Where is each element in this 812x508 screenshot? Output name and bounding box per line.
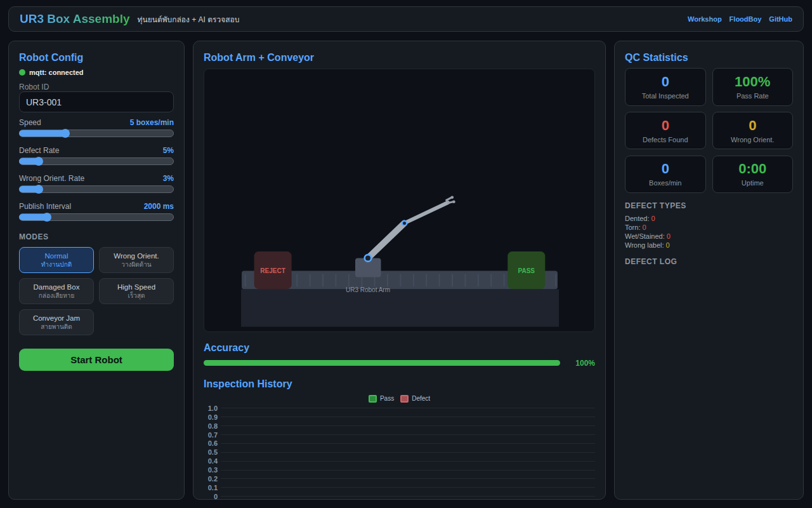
- svg-text:REJECT: REJECT: [260, 267, 285, 274]
- svg-text:PASS: PASS: [518, 267, 535, 274]
- svg-text:UR3 Robot Arm: UR3 Robot Arm: [346, 286, 390, 293]
